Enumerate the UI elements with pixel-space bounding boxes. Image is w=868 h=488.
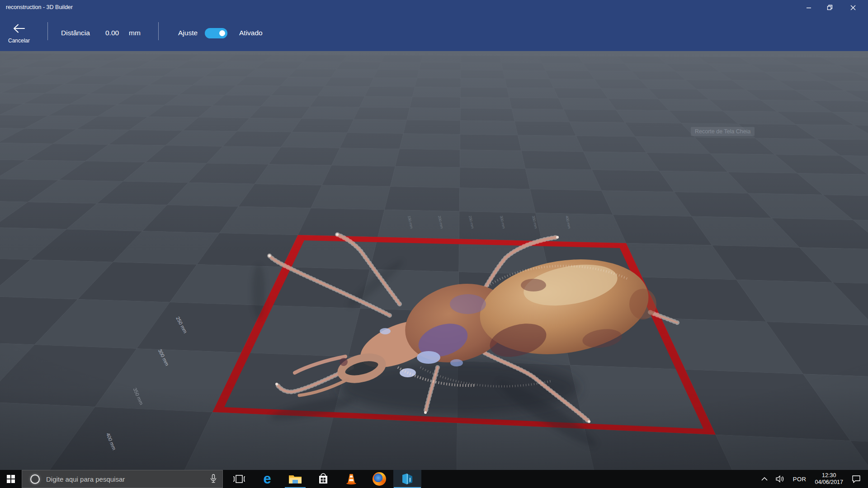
back-arrow-icon [12,23,26,34]
cancel-label: Cancelar [8,38,30,44]
distance-value[interactable]: 0.00 [105,15,119,51]
title-bar[interactable]: reconstruction - 3D Builder [0,0,868,15]
start-button[interactable] [0,470,22,488]
3d-builder-icon [401,473,414,485]
edge-icon: e [263,472,271,486]
store-icon [317,473,329,485]
edge-button[interactable]: e [253,470,281,488]
cortana-icon [30,474,40,484]
scanned-model[interactable] [0,51,868,470]
chevron-up-icon [761,477,768,481]
taskbar-apps: e [225,470,421,488]
restore-button[interactable] [819,0,840,15]
close-button[interactable] [843,0,863,15]
toolbar-separator [158,22,159,40]
search-input[interactable] [45,475,210,483]
toolbar: Cancelar Distância 0.00 mm Ajuste Ativad… [0,15,868,51]
task-view-button[interactable] [225,470,253,488]
microphone-icon[interactable] [210,474,217,484]
taskbar: e [0,470,868,488]
window-title: reconstruction - 3D Builder [6,0,73,15]
vlc-icon [345,473,357,485]
system-tray: POR 12:30 04/06/2017 [757,470,868,488]
vlc-button[interactable] [337,470,365,488]
clock[interactable]: 12:30 04/06/2017 [810,472,848,486]
close-icon [850,5,856,10]
store-button[interactable] [309,470,337,488]
action-center-button[interactable] [848,470,868,488]
volume-button[interactable] [772,470,789,488]
search-box[interactable] [22,470,223,488]
3d-builder-button[interactable] [393,470,421,488]
snap-state-label: Ativado [239,15,263,51]
screen: reconstruction - 3D Builder Cancelar [0,0,868,488]
tray-chevron-button[interactable] [757,470,772,488]
action-center-icon [852,475,861,483]
windows-logo-icon [7,475,15,483]
speaker-icon [776,475,785,483]
snap-toggle[interactable] [205,28,227,38]
clock-date: 04/06/2017 [815,479,843,486]
file-explorer-button[interactable] [281,470,309,488]
3d-viewport[interactable]: 250 mm 300 mm 350 mm 400 mm 150 mm 200 m… [0,51,868,470]
app-header: reconstruction - 3D Builder Cancelar [0,0,868,51]
file-explorer-icon [288,474,302,484]
task-view-icon [233,474,245,483]
restore-icon [827,5,833,10]
firefox-button[interactable] [365,470,393,488]
cancel-button[interactable]: Cancelar [0,18,38,49]
minimize-button[interactable] [798,0,819,15]
toggle-knob [219,30,225,36]
snap-label: Ajuste [178,15,198,51]
distance-label: Distância [61,15,90,51]
firefox-icon [373,472,386,486]
language-indicator[interactable]: POR [789,470,811,488]
toolbar-separator [47,22,48,40]
clock-time: 12:30 [815,472,843,479]
distance-unit: mm [129,15,141,51]
minimize-icon [806,5,811,10]
